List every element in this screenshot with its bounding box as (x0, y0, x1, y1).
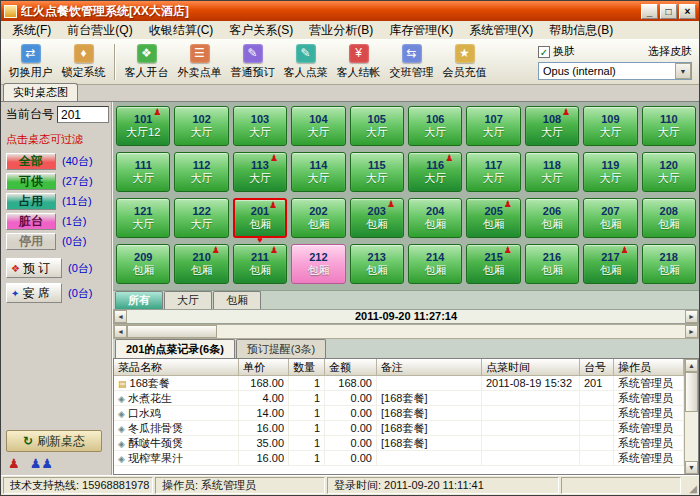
table-button-109[interactable]: 109大厅 (583, 106, 637, 146)
table-button-117[interactable]: 117大厅 (466, 152, 520, 192)
filter-disabled-button[interactable]: 停用 (6, 233, 56, 250)
table-button-114[interactable]: 114大厅 (291, 152, 345, 192)
scroll-up-icon[interactable]: ▲ (685, 359, 698, 372)
table-button-104[interactable]: 104大厅 (291, 106, 345, 146)
table-button-208[interactable]: 208包厢 (642, 198, 696, 238)
table-button-112[interactable]: 112大厅 (174, 152, 228, 192)
menu-item[interactable]: 客户关系(S) (221, 20, 301, 41)
column-header[interactable]: 菜品名称 (114, 359, 239, 376)
table-button-110[interactable]: 110大厅 (642, 106, 696, 146)
horizontal-scrollbar[interactable]: ◄ ► (113, 324, 699, 339)
table-row[interactable]: ◈口水鸡14.0010.00[168套餐]系统管理员 (114, 406, 684, 421)
column-header[interactable]: 金额 (325, 359, 377, 376)
column-header[interactable]: 点菜时间 (482, 359, 580, 376)
column-header[interactable]: 备注 (377, 359, 482, 376)
menu-item[interactable]: 营业分析(B) (301, 20, 381, 41)
close-button[interactable]: × (679, 4, 696, 19)
table-button-103[interactable]: 103大厅 (233, 106, 287, 146)
tab-realtime-floor[interactable]: 实时桌态图 (3, 83, 78, 101)
shift-manage-button[interactable]: ⇆交班管理 (385, 42, 438, 83)
table-button-116[interactable]: 116大厅♟ (408, 152, 462, 192)
area-tab-room[interactable]: 包厢 (213, 291, 261, 309)
table-button-211[interactable]: 211包厢♟ (233, 244, 287, 284)
table-row[interactable]: ◈水煮花生4.0010.00[168套餐]系统管理员 (114, 391, 684, 406)
table-button-205[interactable]: 205包厢♟ (466, 198, 520, 238)
table-button-204[interactable]: 204包厢 (408, 198, 462, 238)
table-button-108[interactable]: 108大厅♟ (525, 106, 579, 146)
table-button-113[interactable]: 113大厅♟ (233, 152, 287, 192)
maximize-button[interactable]: □ (660, 4, 677, 19)
table-button-120[interactable]: 120大厅 (642, 152, 696, 192)
table-row[interactable]: ◈冬瓜排骨煲16.0010.00[168套餐]系统管理员 (114, 421, 684, 436)
orders-tab[interactable]: 201的点菜记录(6条) (115, 339, 235, 358)
table-button-216[interactable]: 216包厢 (525, 244, 579, 284)
table-button-119[interactable]: 119大厅 (583, 152, 637, 192)
table-button-209[interactable]: 209包厢 (116, 244, 170, 284)
banquet-button[interactable]: ✦ 宴 席 (6, 283, 62, 303)
table-button-214[interactable]: 214包厢 (408, 244, 462, 284)
reservations-tab[interactable]: 预订提醒(3条) (236, 339, 326, 358)
column-header[interactable]: 数量 (289, 359, 325, 376)
table-button-213[interactable]: 213包厢 (350, 244, 404, 284)
table-button-215[interactable]: 215包厢♟ (466, 244, 520, 284)
guest-checkout-button[interactable]: ¥客人结帐 (332, 42, 385, 83)
table-button-202[interactable]: 202包厢 (291, 198, 345, 238)
table-button-201[interactable]: 201包厢♟♥ (233, 198, 287, 238)
table-button-121[interactable]: 121大厅 (116, 198, 170, 238)
filter-dirty-button[interactable]: 脏台 (6, 213, 56, 230)
scroll-right-icon[interactable]: ► (685, 325, 698, 338)
chevron-down-icon[interactable]: ▼ (675, 63, 691, 79)
table-button-210[interactable]: 210包厢♟ (174, 244, 228, 284)
open-table-button[interactable]: ❖客人开台 (120, 42, 173, 83)
area-tab-hall[interactable]: 大厅 (164, 291, 212, 309)
lock-system-button[interactable]: ♦锁定系统 (57, 42, 110, 83)
staff-icon[interactable]: ♟ (8, 456, 20, 471)
guests-icon[interactable]: ♟♟ (30, 456, 53, 471)
menu-item[interactable]: 收银结算(C) (141, 20, 222, 41)
table-button-203[interactable]: 203包厢♟ (350, 198, 404, 238)
table-button-105[interactable]: 105大厅 (350, 106, 404, 146)
scrollbar-thumb[interactable] (685, 372, 698, 412)
menu-item[interactable]: 帮助信息(B) (541, 20, 621, 41)
minimize-button[interactable]: _ (641, 4, 658, 19)
table-button-206[interactable]: 206包厢 (525, 198, 579, 238)
column-header[interactable]: 单价 (239, 359, 289, 376)
skin-checkbox[interactable]: ✓ (538, 46, 550, 58)
column-header[interactable]: 操作员 (614, 359, 684, 376)
table-button-107[interactable]: 107大厅 (466, 106, 520, 146)
table-button-111[interactable]: 111大厅 (116, 152, 170, 192)
scrollbar-track[interactable] (685, 412, 698, 461)
filter-occupied-button[interactable]: 占用 (6, 193, 56, 210)
scroll-right-icon[interactable]: ► (685, 310, 698, 323)
menu-item[interactable]: 前台营业(Q) (59, 20, 140, 41)
filter-free-button[interactable]: 可供 (6, 173, 56, 190)
vertical-scrollbar[interactable]: ▲ ▼ (684, 359, 698, 474)
current-table-input[interactable] (57, 106, 109, 123)
scroll-left-icon[interactable]: ◄ (114, 310, 127, 323)
table-button-217[interactable]: 217包厢♟ (583, 244, 637, 284)
area-tab-all[interactable]: 所有 (115, 291, 163, 309)
filter-all-button[interactable]: 全部 (6, 153, 56, 170)
scroll-down-icon[interactable]: ▼ (685, 461, 698, 474)
table-row[interactable]: ▤168套餐168.001168.002011-08-19 15:32201系统… (114, 376, 684, 391)
menu-item[interactable]: 库存管理(K) (381, 20, 461, 41)
table-button-101[interactable]: 101大厅12♟ (116, 106, 170, 146)
skin-select[interactable]: Opus (internal) ▼ (538, 62, 692, 80)
menu-item[interactable]: 系统管理(X) (461, 20, 541, 41)
menu-item[interactable]: 系统(F) (4, 20, 59, 41)
table-button-207[interactable]: 207包厢 (583, 198, 637, 238)
table-row[interactable]: ◈现榨苹果汁16.0010.00系统管理员 (114, 451, 684, 466)
refresh-tables-button[interactable]: ↻ 刷新桌态 (6, 430, 102, 452)
takeout-order-button[interactable]: ☰外卖点单 (173, 42, 226, 83)
scrollbar-thumb[interactable] (127, 325, 217, 338)
table-button-122[interactable]: 122大厅 (174, 198, 228, 238)
scroll-left-icon[interactable]: ◄ (114, 325, 127, 338)
switch-user-button[interactable]: ⇄切换用户 (4, 42, 57, 83)
member-recharge-button[interactable]: ★会员充值 (438, 42, 491, 83)
scrollbar-track[interactable] (217, 325, 685, 338)
column-header[interactable]: 台号 (580, 359, 614, 376)
table-button-102[interactable]: 102大厅 (174, 106, 228, 146)
table-button-118[interactable]: 118大厅 (525, 152, 579, 192)
table-button-218[interactable]: 218包厢 (642, 244, 696, 284)
reservation-button[interactable]: ✎普通预订 (226, 42, 279, 83)
